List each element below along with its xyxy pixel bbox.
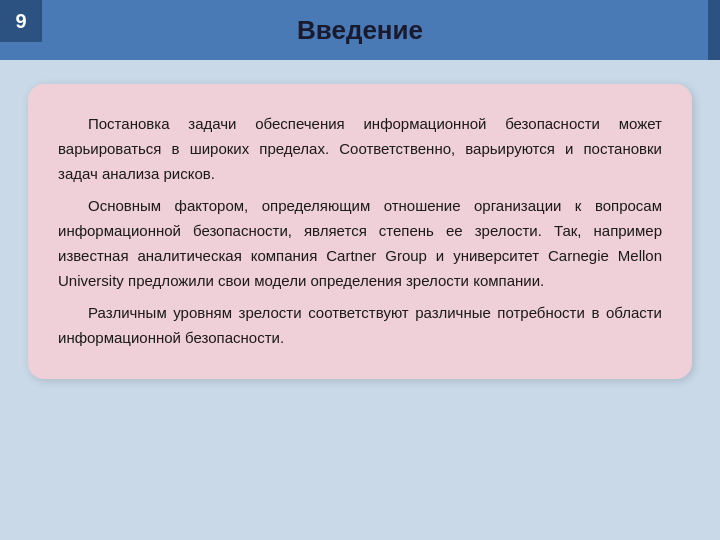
paragraph-1: Постановка задачи обеспечения информацио… [58, 112, 662, 186]
header-bar: 9 Введение [0, 0, 720, 60]
content-area: Постановка задачи обеспечения информацио… [0, 60, 720, 540]
header-right-accent [708, 0, 720, 60]
slide-number: 9 [0, 0, 42, 42]
paragraph-3: Различным уровням зрелости соответствуют… [58, 301, 662, 351]
slide: 9 Введение Постановка задачи обеспечения… [0, 0, 720, 540]
slide-title: Введение [297, 15, 423, 46]
paragraph-2: Основным фактором, определяющим отношени… [58, 194, 662, 293]
text-card: Постановка задачи обеспечения информацио… [28, 84, 692, 379]
